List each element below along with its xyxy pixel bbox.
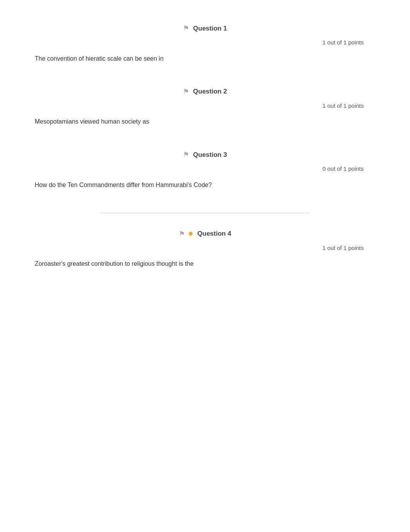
question-1-label: Question 1 [193, 24, 227, 34]
question-1-text: The convention of hieratic scale can be … [35, 54, 379, 63]
question-3-score: 0 out of 1 points [31, 165, 379, 173]
question-2-header-content: ⚑ Question 2 [183, 87, 227, 97]
question-3-header-content: ⚑ Question 3 [183, 150, 227, 160]
question-4-badge-dot [189, 232, 193, 236]
question-1-header: ⚑ Question 1 [31, 23, 379, 34]
question-2-score: 1 out of 1 points [31, 102, 379, 110]
flag-icon-4[interactable]: ⚑ [179, 229, 185, 239]
question-2-header: ⚑ Question 2 [31, 87, 379, 97]
question-block-1: ⚑ Question 1 1 out of 1 points The conve… [31, 23, 379, 63]
question-2-text: Mesopotamians viewed human society as [35, 117, 379, 126]
page-container: ⚑ Question 1 1 out of 1 points The conve… [0, 0, 410, 315]
question-4-score: 1 out of 1 points [31, 244, 379, 253]
flag-icon-1[interactable]: ⚑ [183, 23, 189, 34]
question-3-text: How do the Ten Commandments differ from … [35, 180, 379, 190]
flag-icon-3[interactable]: ⚑ [183, 150, 189, 160]
question-3-label: Question 3 [193, 150, 227, 160]
section-divider [100, 213, 309, 213]
flag-icon-2[interactable]: ⚑ [183, 87, 189, 97]
question-block-3: ⚑ Question 3 0 out of 1 points How do th… [31, 150, 379, 190]
question-4-header: ⚑ Question 4 [31, 229, 379, 239]
question-1-score: 1 out of 1 points [31, 38, 379, 47]
question-2-label: Question 2 [193, 87, 227, 97]
question-block-4: ⚑ Question 4 1 out of 1 points Zoroaster… [31, 229, 379, 269]
question-4-text: Zoroaster's greatest contribution to rel… [35, 259, 379, 269]
question-4-label: Question 4 [197, 229, 231, 239]
question-block-2: ⚑ Question 2 1 out of 1 points Mesopotam… [31, 87, 379, 127]
question-4-header-content: ⚑ Question 4 [179, 229, 231, 239]
question-1-header-content: ⚑ Question 1 [183, 23, 227, 34]
question-3-header: ⚑ Question 3 [31, 150, 379, 160]
